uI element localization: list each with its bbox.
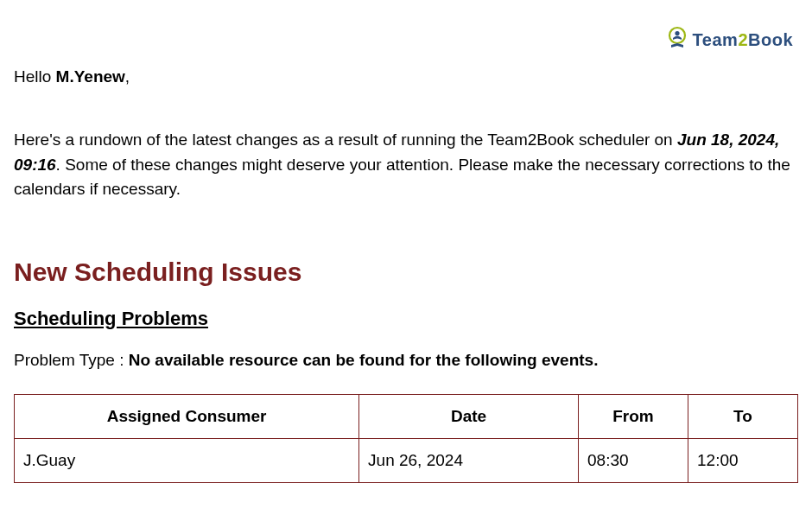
problem-type-line: Problem Type : No available resource can… [14, 351, 798, 370]
recipient-name: M.Yenew [56, 67, 125, 86]
intro-paragraph: Here's a rundown of the latest changes a… [14, 128, 798, 202]
logo-row: Team2Book [14, 26, 798, 54]
svg-point-1 [675, 31, 679, 35]
cell-consumer: J.Guay [15, 438, 359, 482]
greeting-prefix: Hello [14, 67, 56, 86]
cell-to: 12:00 [688, 438, 798, 482]
greeting: Hello M.Yenew, [14, 67, 798, 86]
intro-before: Here's a rundown of the latest changes a… [14, 130, 677, 149]
problem-type-label: Problem Type : [14, 351, 129, 369]
issues-table: Assigned Consumer Date From To J.Guay Ju… [14, 394, 798, 483]
brand-name: Team2Book [693, 30, 793, 50]
col-consumer: Assigned Consumer [15, 394, 359, 438]
table-row: J.Guay Jun 26, 2024 08:30 12:00 [15, 438, 798, 482]
brand-logo: Team2Book [665, 26, 793, 54]
cell-from: 08:30 [579, 438, 688, 482]
problem-type-value: No available resource can be found for t… [129, 351, 599, 369]
table-header-row: Assigned Consumer Date From To [15, 394, 798, 438]
intro-after: . Some of these changes might deserve yo… [14, 156, 790, 199]
subsection-title: Scheduling Problems [14, 308, 798, 330]
logo-icon [665, 26, 689, 54]
col-to: To [688, 394, 798, 438]
greeting-suffix: , [125, 67, 130, 86]
col-date: Date [359, 394, 579, 438]
cell-date: Jun 26, 2024 [359, 438, 579, 482]
col-from: From [579, 394, 688, 438]
section-title: New Scheduling Issues [14, 258, 798, 287]
